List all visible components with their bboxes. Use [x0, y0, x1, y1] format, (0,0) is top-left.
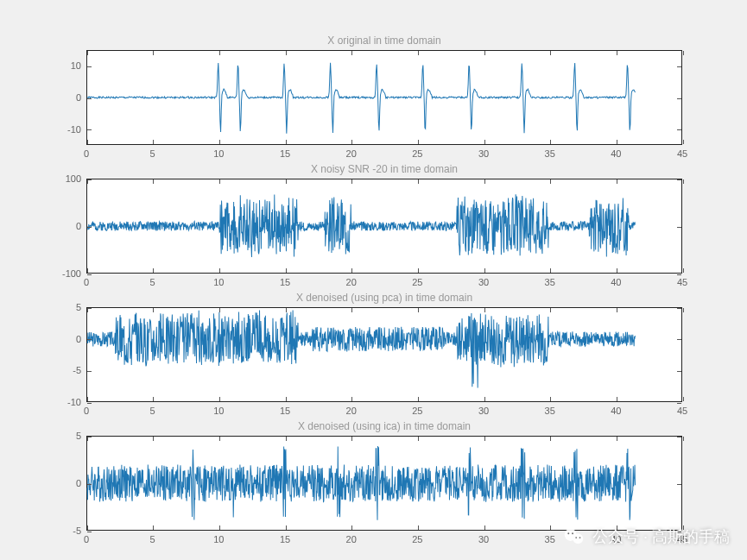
x-tick-label: 35 — [545, 277, 555, 287]
y-tick-label: 0 — [76, 478, 81, 488]
x-tick-mark — [484, 179, 485, 184]
x-tick-mark — [219, 525, 220, 530]
x-tick-mark — [550, 308, 551, 312]
x-tick-label: 40 — [611, 148, 621, 159]
x-tick-mark — [153, 308, 154, 312]
x-tick-mark — [484, 51, 485, 55]
x-tick-mark — [683, 308, 684, 312]
x-tick-label: 5 — [150, 277, 155, 287]
x-tick-label: 15 — [280, 277, 290, 287]
x-tick-mark — [153, 268, 154, 273]
x-tick-label: 30 — [478, 277, 489, 287]
x-tick-label: 20 — [346, 534, 357, 544]
subplot-original: X original in time domain 05101520253035… — [86, 50, 682, 145]
x-tick-label: 20 — [346, 406, 357, 416]
x-tick-label: 30 — [478, 148, 489, 159]
x-tick-label: 35 — [545, 148, 555, 159]
signal-line-noisy — [87, 179, 681, 273]
y-tick-mark — [87, 98, 92, 99]
y-tick-label: 10 — [71, 60, 81, 71]
y-tick-mark — [87, 403, 92, 404]
x-tick-mark — [351, 308, 352, 312]
plot-area-noisy — [86, 179, 682, 274]
chart-title: X original in time domain — [86, 35, 682, 47]
x-tick-label: 25 — [412, 277, 422, 287]
x-tick-mark — [351, 179, 352, 184]
x-tick-label: 45 — [677, 534, 687, 544]
y-tick-mark — [677, 274, 681, 275]
x-tick-label: 5 — [150, 148, 155, 159]
x-tick-mark — [683, 397, 684, 401]
x-tick-label: 0 — [84, 406, 89, 416]
y-tick-mark — [87, 227, 92, 228]
x-tick-label: 40 — [611, 277, 621, 287]
x-tick-mark — [153, 179, 154, 184]
x-tick-mark — [87, 308, 88, 312]
y-tick-label: -10 — [67, 124, 81, 135]
x-tick-mark — [286, 397, 287, 401]
y-tick-mark — [87, 339, 92, 340]
x-tick-mark — [153, 51, 154, 55]
x-tick-label: 15 — [280, 534, 290, 544]
x-tick-mark — [617, 397, 617, 401]
x-tick-mark — [153, 437, 154, 441]
chart-title: X denoised (using pca) in time domain — [86, 292, 682, 304]
y-tick-label: 100 — [66, 173, 81, 184]
y-tick-mark — [87, 532, 92, 532]
x-tick-mark — [87, 51, 88, 55]
x-tick-label: 30 — [478, 406, 489, 416]
plot-area-ica — [86, 436, 682, 531]
y-tick-mark — [677, 437, 681, 437]
x-tick-mark — [617, 268, 617, 273]
x-tick-mark — [351, 397, 352, 401]
x-tick-mark — [87, 525, 88, 530]
x-tick-label: 15 — [280, 148, 290, 159]
y-tick-mark — [87, 66, 92, 67]
x-tick-mark — [87, 268, 88, 273]
y-tick-label: 0 — [76, 334, 81, 344]
x-tick-mark — [484, 308, 485, 312]
x-tick-label: 25 — [412, 148, 422, 159]
x-tick-mark — [683, 179, 684, 184]
signal-line-pca — [87, 308, 681, 401]
y-tick-mark — [677, 339, 681, 340]
x-tick-label: 10 — [213, 277, 224, 287]
x-tick-mark — [484, 268, 485, 273]
x-tick-mark — [683, 437, 684, 441]
x-tick-mark — [550, 525, 551, 530]
x-tick-mark — [286, 268, 287, 273]
x-tick-mark — [617, 179, 617, 184]
x-tick-mark — [550, 140, 551, 144]
x-tick-label: 30 — [478, 534, 489, 544]
x-tick-mark — [617, 140, 617, 144]
subplot-pca: X denoised (using pca) in time domain 05… — [86, 307, 682, 402]
x-tick-mark — [87, 397, 88, 401]
x-tick-mark — [286, 437, 287, 441]
x-tick-mark — [418, 525, 419, 530]
plot-area-pca — [86, 307, 682, 402]
x-tick-label: 25 — [412, 406, 422, 416]
y-tick-label: -5 — [73, 525, 81, 536]
x-tick-mark — [418, 308, 419, 312]
x-tick-mark — [683, 51, 684, 55]
signal-line-ica — [87, 437, 681, 530]
x-tick-mark — [219, 308, 220, 312]
x-tick-mark — [617, 51, 617, 55]
x-tick-mark — [219, 437, 220, 441]
x-tick-mark — [418, 140, 419, 144]
x-tick-mark — [683, 268, 684, 273]
x-tick-label: 15 — [280, 406, 290, 416]
x-tick-mark — [351, 525, 352, 530]
x-tick-mark — [286, 525, 287, 530]
x-tick-mark — [219, 51, 220, 55]
x-tick-mark — [351, 51, 352, 55]
subplot-ica: X denoised (using ica) in time domain 05… — [86, 436, 682, 531]
x-tick-mark — [484, 525, 485, 530]
x-tick-mark — [418, 179, 419, 184]
x-tick-mark — [617, 525, 617, 530]
x-tick-mark — [351, 140, 352, 144]
x-tick-label: 5 — [150, 534, 155, 544]
x-tick-mark — [484, 397, 485, 401]
y-tick-mark — [677, 179, 681, 180]
x-tick-mark — [153, 140, 154, 144]
